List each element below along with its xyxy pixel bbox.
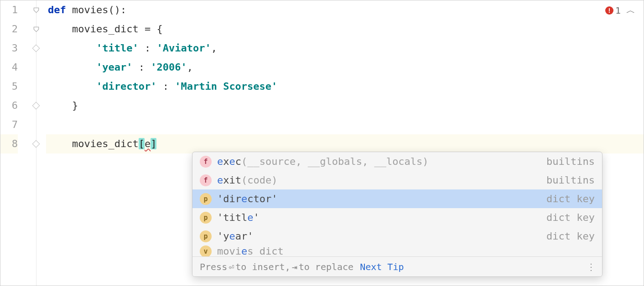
completion-item[interactable]: p 'title' dict key (192, 208, 602, 227)
kind-parameter-icon: p (200, 193, 212, 205)
kebab-menu-icon[interactable]: ⋮ (587, 261, 595, 272)
error-token: e (145, 138, 151, 149)
chevron-up-icon[interactable]: ︿ (626, 4, 635, 16)
string-literal: 'year' (96, 61, 132, 73)
kind-variable-icon: v (200, 245, 212, 256)
completion-label: exec(__source, __globals, __locals) (217, 156, 546, 167)
completion-tail: dict key (546, 230, 595, 242)
error-count: 1 (615, 5, 621, 16)
line-number: 7 (0, 115, 18, 134)
string-literal: 'Aviator' (156, 42, 211, 54)
code-line[interactable]: movies_dict = { (46, 20, 644, 39)
completion-item[interactable]: f exec(__source, __globals, __locals) bu… (192, 152, 602, 171)
completion-tail: builtins (546, 156, 595, 167)
fold-gutter (24, 0, 46, 286)
string-literal: 'Martin Scorsese' (175, 81, 277, 92)
bracket-highlight: [ (139, 138, 145, 149)
line-number: 8 (0, 134, 18, 153)
line-number: 4 (0, 58, 18, 77)
error-icon: ! (605, 6, 613, 15)
function-name: movies (72, 4, 108, 15)
kind-parameter-icon: p (200, 230, 212, 242)
line-number: 3 (0, 39, 18, 58)
code-line[interactable] (46, 115, 644, 134)
next-tip-link[interactable]: Next Tip (360, 261, 404, 272)
completion-statusbar: Press ⏎ to insert, ⇥ to replace Next Tip… (192, 256, 602, 276)
error-badge[interactable]: ! 1 (605, 5, 621, 16)
completion-tail: dict key (546, 212, 595, 223)
completion-item[interactable]: p 'year' dict key (192, 227, 602, 245)
code-line-active[interactable]: movies_dict[e] (46, 134, 644, 153)
code-line[interactable]: } (46, 96, 644, 115)
bracket-highlight: ] (151, 138, 156, 149)
completion-label: 'title' (217, 212, 546, 223)
fold-marker-icon (32, 102, 40, 110)
string-literal: '2006' (151, 61, 187, 73)
fold-marker-icon (32, 140, 40, 148)
kind-parameter-icon: p (200, 212, 212, 224)
kind-function-icon: f (200, 156, 212, 168)
code-area[interactable]: def movies(): movies_dict = { 'title' : … (46, 0, 644, 286)
completion-popup[interactable]: f exec(__source, __globals, __locals) bu… (192, 152, 602, 277)
completion-label: movies_dict (217, 245, 595, 256)
status-text: to insert, (235, 261, 290, 272)
completion-item-partial[interactable]: v movies_dict (192, 245, 602, 256)
code-line[interactable]: 'year' : '2006', (46, 58, 644, 77)
string-literal: 'title' (96, 42, 139, 54)
line-number: 2 (0, 20, 18, 39)
completion-tail: builtins (546, 174, 595, 186)
code-line[interactable]: 'director' : 'Martin Scorsese' (46, 77, 644, 96)
fold-marker-icon (32, 45, 40, 52)
fold-toggle-icon[interactable] (33, 7, 39, 13)
string-literal: 'director' (96, 81, 156, 92)
line-number: 6 (0, 96, 18, 115)
line-number: 1 (0, 0, 18, 20)
keyword: def (48, 4, 66, 15)
tab-key-icon: ⇥ (291, 261, 299, 272)
identifier: movies_dict (72, 138, 139, 149)
completion-label: 'director' (217, 193, 546, 204)
completion-item[interactable]: f exit(code) builtins (192, 171, 602, 189)
code-line[interactable]: 'title' : 'Aviator', (46, 39, 644, 58)
status-text: to replace (299, 261, 353, 272)
line-number-gutter: 1 2 3 4 5 6 7 8 (0, 0, 24, 286)
completion-tail: dict key (546, 193, 595, 204)
completion-item-selected[interactable]: p 'director' dict key (192, 189, 602, 208)
status-text: Press (200, 261, 227, 272)
enter-key-icon: ⏎ (227, 261, 235, 272)
fold-toggle-icon[interactable] (33, 26, 39, 32)
completion-label: 'year' (217, 230, 546, 242)
completion-label: exit(code) (217, 174, 546, 186)
kind-function-icon: f (200, 174, 212, 186)
inspection-widget[interactable]: ! 1 ︿ (605, 4, 635, 16)
code-line[interactable]: def movies(): (46, 0, 644, 20)
line-number: 5 (0, 77, 18, 96)
code-editor[interactable]: 1 2 3 4 5 6 7 8 def movies(): movies_dic… (0, 0, 644, 286)
